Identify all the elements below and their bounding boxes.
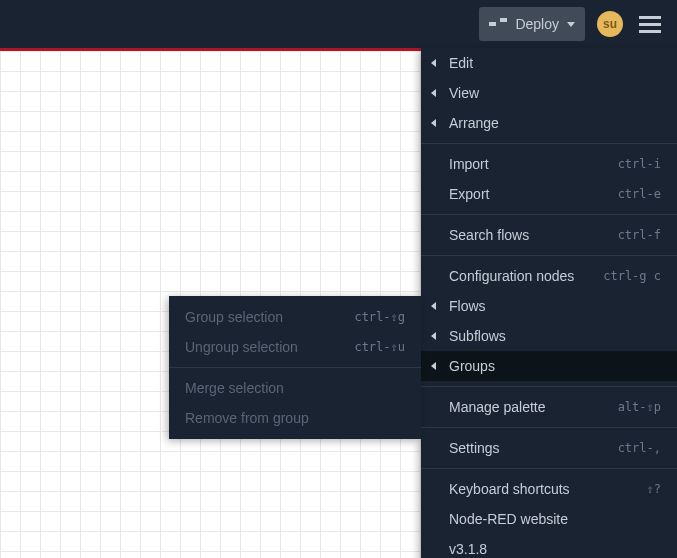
shortcut-label: alt-⇧p (618, 400, 661, 414)
menu-settings[interactable]: Settingsctrl-, (421, 433, 677, 463)
menu-separator (421, 427, 677, 428)
deploy-icon (489, 18, 507, 30)
menu-version[interactable]: v3.1.8 (421, 534, 677, 558)
submenu-arrow-icon (431, 362, 436, 370)
menu-export[interactable]: Exportctrl-e (421, 179, 677, 209)
shortcut-label: ctrl-f (618, 228, 661, 242)
groups-submenu: Group selectionctrl-⇧g Ungroup selection… (169, 296, 421, 439)
submenu-arrow-icon (431, 89, 436, 97)
user-avatar[interactable]: su (597, 11, 623, 37)
menu-subflows[interactable]: Subflows (421, 321, 677, 351)
submenu-ungroup-selection[interactable]: Ungroup selectionctrl-⇧u (169, 332, 421, 362)
shortcut-label: ctrl-, (618, 441, 661, 455)
menu-import[interactable]: Importctrl-i (421, 149, 677, 179)
shortcut-label: ctrl-g c (603, 269, 661, 283)
menu-config-nodes[interactable]: Configuration nodesctrl-g c (421, 261, 677, 291)
deploy-label: Deploy (515, 16, 559, 32)
deploy-button[interactable]: Deploy (479, 7, 585, 41)
chevron-down-icon (567, 22, 575, 27)
menu-arrange[interactable]: Arrange (421, 108, 677, 138)
menu-separator (421, 386, 677, 387)
user-initials: su (603, 17, 617, 31)
menu-separator (421, 255, 677, 256)
menu-manage-palette[interactable]: Manage palettealt-⇧p (421, 392, 677, 422)
shortcut-label: ctrl-e (618, 187, 661, 201)
menu-view[interactable]: View (421, 78, 677, 108)
menu-groups[interactable]: Groups (421, 351, 677, 381)
submenu-arrow-icon (431, 332, 436, 340)
menu-search-flows[interactable]: Search flowsctrl-f (421, 220, 677, 250)
menu-website[interactable]: Node-RED website (421, 504, 677, 534)
main-menu-button[interactable] (635, 12, 665, 37)
menu-separator (169, 367, 421, 368)
shortcut-label: ctrl-⇧u (354, 340, 405, 354)
menu-edit[interactable]: Edit (421, 48, 677, 78)
submenu-remove-from-group[interactable]: Remove from group (169, 403, 421, 433)
menu-separator (421, 468, 677, 469)
app-header: Deploy su (0, 0, 677, 48)
menu-flows[interactable]: Flows (421, 291, 677, 321)
shortcut-label: ctrl-i (618, 157, 661, 171)
menu-separator (421, 214, 677, 215)
submenu-merge-selection[interactable]: Merge selection (169, 373, 421, 403)
submenu-arrow-icon (431, 119, 436, 127)
menu-keyboard-shortcuts[interactable]: Keyboard shortcuts⇧? (421, 474, 677, 504)
submenu-arrow-icon (431, 302, 436, 310)
shortcut-label: ctrl-⇧g (354, 310, 405, 324)
submenu-group-selection[interactable]: Group selectionctrl-⇧g (169, 302, 421, 332)
main-menu: Edit View Arrange Importctrl-i Exportctr… (421, 48, 677, 558)
menu-separator (421, 143, 677, 144)
shortcut-label: ⇧? (647, 482, 661, 496)
submenu-arrow-icon (431, 59, 436, 67)
